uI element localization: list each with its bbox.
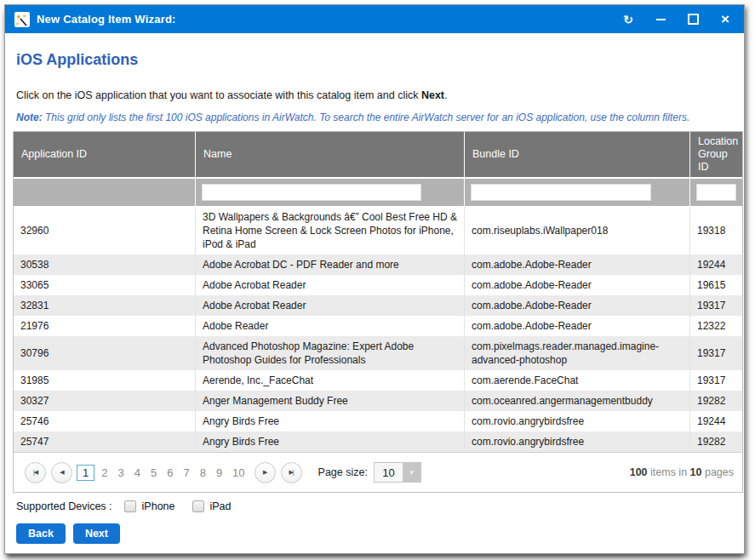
instruction-text: Click on the iOS application that you wa… [16, 89, 448, 101]
application-row[interactable]: 30538 Adobe Acrobat DC - PDF Reader and … [14, 254, 742, 275]
close-icon[interactable]: × [719, 13, 731, 26]
note-text: Note: This grid only lists the first 100… [16, 111, 731, 123]
instruction-suffix: . [444, 89, 447, 101]
application-row[interactable]: 25746 Angry Birds Free com.rovio.angrybi… [14, 411, 742, 431]
pager-page-number[interactable]: 10 [227, 465, 249, 481]
filter-cell-location-group-id [690, 179, 742, 206]
note-body: This grid only lists the first 100 iOS a… [43, 111, 690, 123]
pager-page-number[interactable]: 4 [129, 465, 146, 481]
application-row[interactable]: 30796 Advanced Photoshop Magazine: Exper… [14, 336, 742, 370]
window-controls: ↻ × [622, 13, 731, 26]
pager-next-icon[interactable]: ▶ [255, 462, 276, 483]
application-row[interactable]: 32960 3D Wallpapers & Backgrounds â€” Co… [14, 207, 742, 254]
svg-text:★: ★ [15, 20, 20, 26]
name-filter-input[interactable] [202, 184, 421, 201]
back-button[interactable]: Back [16, 523, 66, 544]
application-name-cell: Angry Birds Free [196, 431, 465, 452]
bundle-id-cell: com.rovio.angrybirdsfree [465, 411, 690, 431]
pager-page-number[interactable]: 6 [162, 465, 178, 481]
location-group-id-filter-input[interactable] [696, 184, 736, 201]
location-group-id-cell: 19282 [690, 431, 742, 452]
applications-grid: Application ID Name Bundle ID Location G… [13, 131, 743, 493]
note-label: Note: [16, 111, 43, 123]
pager-page-number[interactable]: 5 [146, 465, 162, 481]
grid-header-row: Application ID Name Bundle ID Location G… [14, 132, 742, 179]
supported-devices-options: iPhone iPad [112, 500, 232, 512]
application-id-cell: 33065 [14, 275, 196, 295]
bundle-id-cell: com.adobe.Adobe-Reader [465, 295, 690, 316]
application-row[interactable]: 33065 Adobe Acrobat Reader com.adobe.Ado… [14, 275, 742, 295]
device-label: iPad [210, 500, 232, 512]
pager-page-number[interactable]: 8 [195, 465, 211, 481]
pager-pages: 1 2 3 4 5 6 7 8 9 10 [77, 465, 250, 481]
application-row[interactable]: 21976 Adobe Reader com.adobe.Adobe-Reade… [14, 316, 742, 336]
application-name-cell: Angry Birds Free [196, 411, 465, 431]
application-name-cell: Adobe Acrobat Reader [196, 295, 465, 316]
application-id-cell: 30327 [14, 391, 196, 411]
page-title: iOS Applications [16, 51, 138, 69]
location-group-id-cell: 19244 [690, 411, 742, 431]
pager-page-number[interactable]: 2 [96, 465, 112, 481]
application-name-cell: 3D Wallpapers & Backgrounds â€” Cool Bes… [196, 207, 465, 254]
supported-devices-row: Supported Devices : iPhone iPad [16, 500, 232, 512]
application-row[interactable]: 31985 Aerende, Inc._FaceChat com.aerende… [14, 370, 742, 391]
application-name-cell: Anger Management Buddy Free [196, 391, 465, 411]
next-button[interactable]: Next [73, 523, 120, 544]
bundle-id-cell: com.riseuplabs.iWallpaper018 [465, 207, 690, 254]
application-id-cell: 21976 [14, 316, 196, 336]
bundle-id-cell: com.pixelmags.reader.managed.imagine-adv… [465, 336, 690, 370]
window-title: New Catalog Item Wizard: [37, 13, 176, 26]
column-header[interactable]: Application ID [14, 132, 196, 177]
application-name-cell: Adobe Acrobat Reader [196, 275, 465, 295]
wizard-buttons: Back Next [16, 523, 120, 544]
minimize-icon[interactable] [655, 13, 666, 26]
bundle-id-cell: com.adobe.Adobe-Reader [465, 275, 690, 295]
device-checkbox[interactable] [124, 500, 136, 512]
column-header[interactable]: Location Group ID [690, 132, 746, 177]
column-header[interactable]: Name [196, 132, 465, 177]
pager-page-number[interactable]: 7 [178, 465, 194, 481]
refresh-icon[interactable]: ↻ [622, 13, 634, 26]
location-group-id-cell: 19317 [690, 295, 742, 316]
column-header[interactable]: Bundle ID [465, 132, 690, 177]
supported-devices-label: Supported Devices : [16, 500, 112, 512]
application-id-cell: 32831 [14, 295, 196, 316]
application-row[interactable]: 25747 Angry Birds Free com.rovio.angrybi… [14, 431, 742, 452]
bundle-id-cell: com.oceanred.angermanagementbuddy [465, 391, 690, 411]
pager-page-number[interactable]: 3 [112, 465, 129, 481]
bundle-id-cell: com.adobe.Adobe-Reader [465, 316, 690, 336]
instruction-next-emphasis: Next [421, 89, 444, 101]
pages-count: 10 [690, 466, 702, 478]
application-row[interactable]: 32831 Adobe Acrobat Reader com.adobe.Ado… [14, 295, 742, 316]
filter-cell-bundle-id [465, 179, 690, 206]
instruction-prefix: Click on the iOS application that you wa… [16, 89, 421, 101]
pager-last-icon[interactable]: ▶| [281, 462, 302, 483]
pager-page-number[interactable]: 1 [77, 465, 94, 481]
application-name-cell: Advanced Photoshop Magazine: Expert Adob… [196, 336, 465, 370]
page-size-dropdown[interactable]: 10 ▼ [374, 462, 421, 483]
device-checkbox[interactable] [192, 500, 204, 512]
chevron-down-icon[interactable]: ▼ [403, 463, 420, 482]
pager-page-number[interactable]: 9 [211, 465, 227, 481]
location-group-id-cell: 19317 [690, 336, 742, 370]
page-size-label: Page size: [318, 466, 368, 478]
pager-summary: 100 items in 10 pages [630, 466, 734, 478]
application-id-cell: 31985 [14, 370, 196, 391]
bundle-id-cell: com.aerende.FaceChat [465, 370, 690, 391]
bundle-id-filter-input[interactable] [471, 184, 651, 201]
device-option: iPad [192, 500, 232, 512]
page-size-value: 10 [375, 463, 403, 482]
bundle-id-cell: com.adobe.Adobe-Reader [465, 254, 690, 275]
application-row[interactable]: 30327 Anger Management Buddy Free com.oc… [14, 391, 742, 411]
maximize-icon[interactable] [687, 13, 699, 26]
location-group-id-cell: 19317 [690, 370, 742, 391]
pager-first-icon[interactable]: |◀ [25, 462, 46, 483]
grid-pager: |◀ ◀ 1 2 3 4 5 6 7 8 [14, 452, 742, 492]
location-group-id-cell: 19282 [690, 391, 742, 411]
application-id-cell: 25746 [14, 411, 196, 431]
items-count: 100 [630, 466, 648, 478]
pager-prev-icon[interactable]: ◀ [51, 462, 72, 483]
grid-filter-row [14, 179, 742, 207]
filter-cell-name [196, 179, 465, 206]
application-id-cell: 32960 [14, 207, 196, 254]
